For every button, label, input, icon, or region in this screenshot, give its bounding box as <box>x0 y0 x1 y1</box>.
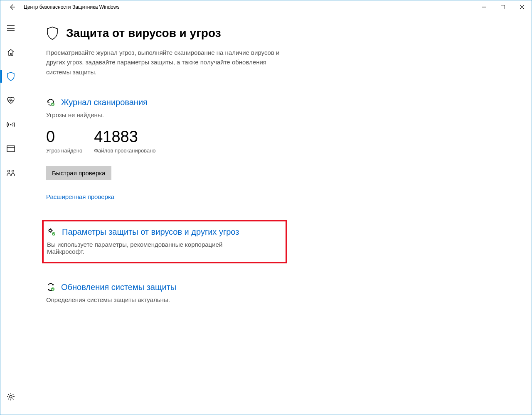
svg-point-6 <box>51 103 54 106</box>
settings-gear-icon <box>47 227 56 236</box>
threats-found-stat: 0 Угроз найдено <box>46 128 82 154</box>
close-icon <box>520 5 524 9</box>
shield-large-icon <box>46 26 59 40</box>
svg-point-1 <box>10 124 12 125</box>
updates-section: Обновления системы защиты Определения си… <box>46 282 507 303</box>
gear-icon <box>7 393 15 401</box>
files-label: Файлов просканировано <box>94 147 155 154</box>
family-icon <box>6 169 15 176</box>
svg-point-4 <box>12 170 14 172</box>
nav-device-health[interactable] <box>0 91 21 110</box>
svg-point-9 <box>51 287 54 291</box>
home-icon <box>7 48 15 56</box>
svg-point-8 <box>52 232 55 236</box>
back-button[interactable] <box>4 0 20 14</box>
nav-app-browser[interactable] <box>0 139 21 158</box>
nav-menu[interactable] <box>0 19 21 38</box>
files-scanned-stat: 41883 Файлов просканировано <box>94 128 155 154</box>
page-description: Просматривайте журнал угроз, выполняйте … <box>46 48 287 77</box>
refresh-icon <box>46 282 55 292</box>
scan-history-section: Журнал сканирования Угрозы не найдены. 0… <box>46 98 507 201</box>
threats-count: 0 <box>46 128 82 146</box>
scan-history-subtitle: Угрозы не найдены. <box>46 111 507 118</box>
scan-stats: 0 Угроз найдено 41883 Файлов просканиров… <box>46 128 507 154</box>
close-button[interactable] <box>512 0 532 14</box>
updates-link[interactable]: Обновления системы защиты <box>61 282 176 292</box>
window-title: Центр безопасности Защитника Windows <box>24 4 119 10</box>
advanced-scan-link[interactable]: Расширенная проверка <box>46 193 114 200</box>
history-icon <box>46 98 55 107</box>
protection-settings-subtitle: Вы используете параметры, рекомендованны… <box>47 241 255 255</box>
hamburger-icon <box>7 25 15 31</box>
maximize-button[interactable] <box>493 0 512 14</box>
protection-settings-link[interactable]: Параметры защиты от вирусов и других угр… <box>62 227 239 237</box>
window-icon <box>7 145 15 152</box>
svg-rect-0 <box>501 5 505 9</box>
arrow-left-icon <box>9 4 15 10</box>
page-header: Защита от вирусов и угроз <box>46 26 507 40</box>
titlebar: Центр безопасности Защитника Windows <box>0 0 532 14</box>
nav-settings[interactable] <box>0 387 21 406</box>
page-title: Защита от вирусов и угроз <box>66 27 221 40</box>
nav-family[interactable] <box>0 163 21 182</box>
main-content: Защита от вирусов и угроз Просматривайте… <box>21 14 532 415</box>
minimize-button[interactable] <box>474 0 493 14</box>
minimize-icon <box>482 5 486 9</box>
nav-virus-protection[interactable] <box>0 67 21 86</box>
window-controls <box>474 0 532 14</box>
quick-scan-button[interactable]: Быстрая проверка <box>46 166 111 180</box>
svg-point-3 <box>8 170 10 172</box>
shield-icon <box>7 72 15 81</box>
protection-settings-section: Параметры защиты от вирусов и других угр… <box>42 220 287 263</box>
scan-history-link[interactable]: Журнал сканирования <box>61 98 148 107</box>
files-count: 41883 <box>94 128 155 146</box>
nav-home[interactable] <box>0 43 21 62</box>
heart-icon <box>7 97 15 104</box>
svg-rect-2 <box>7 146 15 152</box>
svg-point-7 <box>49 229 52 232</box>
antenna-icon <box>6 121 15 128</box>
threats-label: Угроз найдено <box>46 147 82 154</box>
nav-firewall[interactable] <box>0 115 21 134</box>
svg-point-5 <box>10 395 12 398</box>
sidebar <box>0 14 21 415</box>
updates-subtitle: Определения системы защиты актуальны. <box>46 296 507 303</box>
maximize-icon <box>501 5 505 9</box>
